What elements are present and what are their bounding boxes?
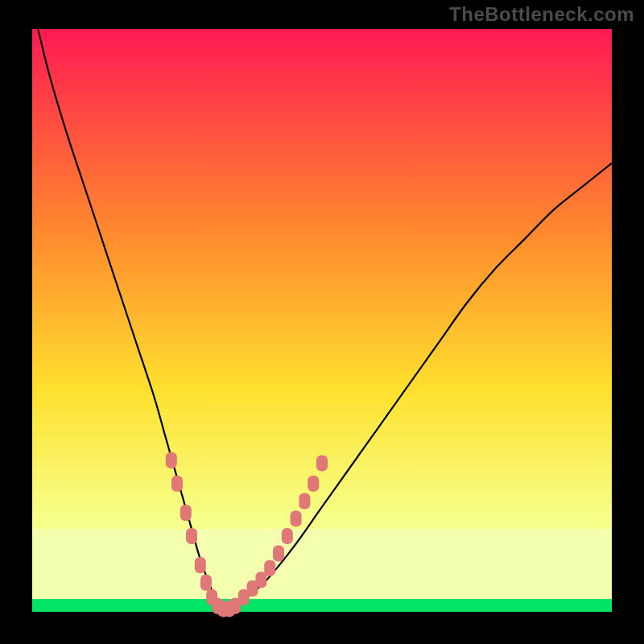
curve-marker: [180, 505, 192, 521]
plot-background: [32, 29, 612, 612]
curve-marker: [255, 572, 266, 588]
curve-marker: [273, 546, 284, 562]
chart-root: TheBottleneck.com: [0, 0, 644, 644]
curve-marker: [200, 575, 212, 591]
curve-marker: [316, 455, 328, 471]
curve-marker: [171, 476, 183, 492]
curve-marker: [264, 560, 275, 576]
curve-marker: [308, 476, 319, 492]
watermark-text: TheBottleneck.com: [449, 3, 634, 26]
green-band: [32, 599, 612, 612]
curve-marker: [299, 493, 310, 509]
yellow-band: [32, 529, 612, 599]
curve-marker: [166, 452, 177, 469]
curve-marker: [282, 528, 293, 544]
bottleneck-chart: [0, 0, 644, 644]
curve-marker: [195, 557, 206, 573]
curve-marker: [291, 510, 302, 526]
curve-marker: [186, 528, 197, 544]
